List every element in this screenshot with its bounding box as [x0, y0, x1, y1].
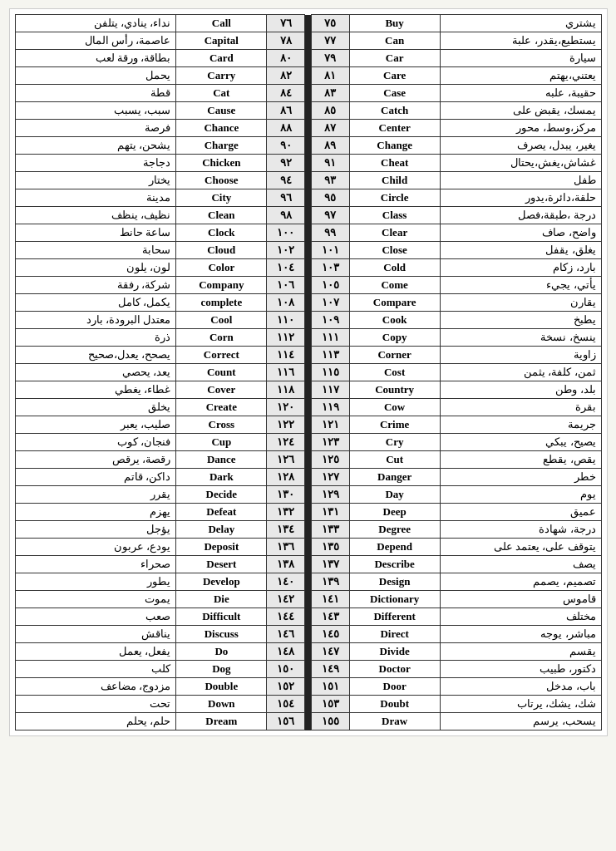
- english-right: Catch: [349, 102, 440, 120]
- divider: [305, 556, 311, 573]
- arabic-right: مركز،وسط، محور: [440, 120, 601, 137]
- english-left: complete: [176, 294, 267, 312]
- table-row: سبب، يسبب Cause ٨٦ ٨٥ Catch يمسك، يقبض ع…: [15, 102, 601, 120]
- arabic-right: ينسخ، نسخة: [440, 329, 601, 347]
- english-right: Cheat: [349, 155, 440, 172]
- arabic-left: مزدوج، مضاعف: [15, 678, 176, 696]
- table-row: نداء، ينادي، يتلفن Call ٧٦ ٧٥ Buy يشتري: [15, 15, 601, 32]
- divider: [305, 626, 311, 643]
- divider: [305, 434, 311, 451]
- arabic-right: يصيح، يبكي: [440, 434, 601, 451]
- english-right: Care: [349, 67, 440, 85]
- table-row: عاصمة، رأس المال Capital ٧٨ ٧٧ Can يستطي…: [15, 32, 601, 50]
- number-right: ١٠٧: [311, 294, 349, 312]
- arabic-left: رقصة، يرقص: [15, 451, 176, 469]
- english-left: Do: [176, 643, 267, 661]
- arabic-left: تحت: [15, 696, 176, 713]
- english-right: Describe: [349, 556, 440, 573]
- divider: [305, 50, 311, 67]
- english-left: Deposit: [176, 539, 267, 556]
- arabic-left: داكن، قاتم: [15, 469, 176, 486]
- arabic-right: درجة، شهادة: [440, 521, 601, 539]
- table-row: فنجان، كوب Cup ١٢٤ ١٢٣ Cry يصيح، يبكي: [15, 434, 601, 451]
- arabic-right: يمسك، يقبض على: [440, 102, 601, 120]
- number-right: ١٢١: [311, 416, 349, 434]
- divider: [305, 207, 311, 224]
- number-left: ٩٢: [267, 155, 305, 172]
- number-left: ١٤٦: [267, 626, 305, 643]
- table-row: يودع، عربون Deposit ١٣٦ ١٣٥ Depend يتوقف…: [15, 539, 601, 556]
- divider: [305, 364, 311, 381]
- arabic-left: عاصمة، رأس المال: [15, 32, 176, 50]
- number-right: ١٤٩: [311, 661, 349, 678]
- number-right: ٨١: [311, 67, 349, 85]
- divider: [305, 224, 311, 242]
- divider: [305, 521, 311, 539]
- arabic-right: عميق: [440, 504, 601, 521]
- number-right: ١٤٣: [311, 608, 349, 626]
- arabic-right: يقارن: [440, 294, 601, 312]
- table-row: بطاقة، ورقة لعب Card ٨٠ ٧٩ Car سيارة: [15, 50, 601, 67]
- table-row: سحابة Cloud ١٠٢ ١٠١ Close يغلق، يقفل: [15, 242, 601, 259]
- english-right: Cold: [349, 259, 440, 277]
- divider: [305, 277, 311, 294]
- english-left: Chance: [176, 120, 267, 137]
- arabic-right: واضح، صاف: [440, 224, 601, 242]
- arabic-right: باب، مدخل: [440, 678, 601, 696]
- number-left: ٩٨: [267, 207, 305, 224]
- arabic-left: سبب، يسبب: [15, 102, 176, 120]
- divider: [305, 504, 311, 521]
- english-right: Cost: [349, 364, 440, 381]
- number-left: ٨٦: [267, 102, 305, 120]
- arabic-left: فرصة: [15, 120, 176, 137]
- english-right: Can: [349, 32, 440, 50]
- english-right: Country: [349, 381, 440, 399]
- table-row: دجاجة Chicken ٩٢ ٩١ Cheat غشاش،يغش،يحتال: [15, 155, 601, 172]
- number-right: ١٣٣: [311, 521, 349, 539]
- english-left: Call: [176, 15, 267, 32]
- arabic-right: جريمة: [440, 416, 601, 434]
- arabic-left: يقرر: [15, 486, 176, 504]
- table-row: صحراء Desert ١٣٨ ١٣٧ Describe يصف: [15, 556, 601, 573]
- english-left: Dream: [176, 713, 267, 730]
- number-left: ١٠٤: [267, 259, 305, 277]
- divider: [305, 329, 311, 347]
- english-right: Copy: [349, 329, 440, 347]
- english-left: Desert: [176, 556, 267, 573]
- number-right: ٨٥: [311, 102, 349, 120]
- divider: [305, 469, 311, 486]
- english-left: Cool: [176, 312, 267, 329]
- number-right: ١٣٩: [311, 573, 349, 591]
- english-right: Door: [349, 678, 440, 696]
- arabic-right: يأتي، يجيء: [440, 277, 601, 294]
- arabic-right: طفل: [440, 172, 601, 189]
- arabic-right: خطر: [440, 469, 601, 486]
- number-left: ١٠٦: [267, 277, 305, 294]
- table-row: يخلق Create ١٢٠ ١١٩ Cow بقرة: [15, 399, 601, 416]
- table-row: يعد، يحصي Count ١١٦ ١١٥ Cost ثمن، كلفة، …: [15, 364, 601, 381]
- english-right: Class: [349, 207, 440, 224]
- arabic-left: قطة: [15, 85, 176, 102]
- english-right: Crime: [349, 416, 440, 434]
- english-left: Create: [176, 399, 267, 416]
- number-right: ٩١: [311, 155, 349, 172]
- english-left: City: [176, 189, 267, 207]
- divider: [305, 32, 311, 50]
- table-row: كلب Dog ١٥٠ ١٤٩ Doctor دكتور، طبيب: [15, 661, 601, 678]
- english-left: Difficult: [176, 608, 267, 626]
- arabic-left: يختار: [15, 172, 176, 189]
- number-left: ٨٠: [267, 50, 305, 67]
- number-right: ١٢٣: [311, 434, 349, 451]
- divider: [305, 451, 311, 469]
- english-right: Corner: [349, 347, 440, 364]
- number-left: ١٣٦: [267, 539, 305, 556]
- number-right: ١١٣: [311, 347, 349, 364]
- number-right: ١٠٣: [311, 259, 349, 277]
- number-left: ١٤٤: [267, 608, 305, 626]
- english-right: Degree: [349, 521, 440, 539]
- divider: [305, 713, 311, 730]
- table-row: شركة، رفقة Company ١٠٦ ١٠٥ Come يأتي، يج…: [15, 277, 601, 294]
- english-right: Different: [349, 608, 440, 626]
- page-container: نداء، ينادي، يتلفن Call ٧٦ ٧٥ Buy يشتري …: [9, 8, 608, 736]
- arabic-right: قاموس: [440, 591, 601, 608]
